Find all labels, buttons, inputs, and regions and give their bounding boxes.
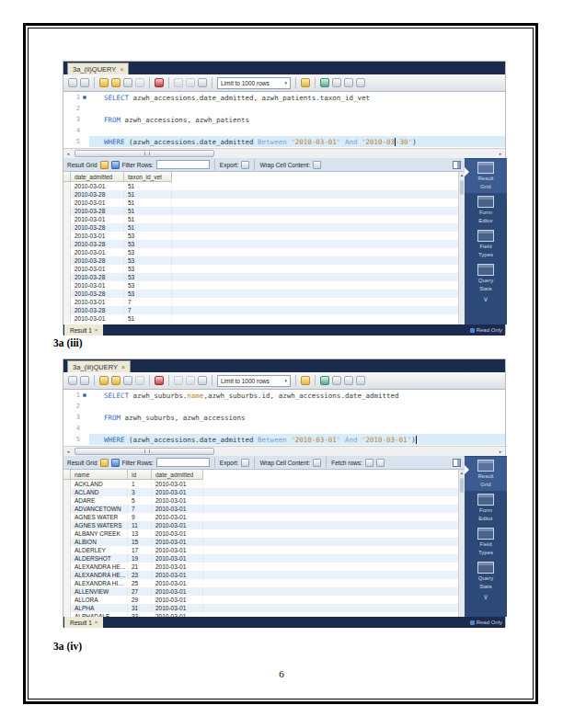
wrap-cell-icon[interactable] [313, 161, 321, 169]
table-row[interactable]: ALBANY CREEK132010-03-01 [63, 529, 465, 538]
table-cell[interactable]: 2010-03-28 [71, 240, 124, 248]
table-cell[interactable]: 2010-03-01 [152, 596, 203, 604]
row-selector[interactable] [63, 521, 71, 529]
toggle-stop-on-error-icon[interactable] [155, 78, 164, 87]
refresh-icon[interactable] [111, 459, 120, 467]
sidebar-item-field-types[interactable]: FieldTypes [465, 525, 507, 559]
invisibles-icon[interactable] [344, 376, 353, 385]
table-row[interactable]: ALEXANDRA HE...212010-03-01 [63, 563, 465, 571]
limit-rows-dropdown[interactable]: Limit to 1000 rows▾ [217, 375, 291, 387]
autocommit-icon[interactable] [198, 78, 207, 87]
table-cell[interactable]: 2010-03-28 [71, 306, 124, 314]
table-row[interactable]: ALDERLEY172010-03-01 [63, 546, 465, 554]
table-cell[interactable]: 2010-03-28 [71, 207, 124, 215]
table-cell[interactable]: 33 [128, 612, 152, 617]
table-cell[interactable]: 2010-03-01 [71, 248, 124, 256]
table-row[interactable]: ALEXANDRA HI...252010-03-01 [63, 579, 465, 587]
grid-view-icon[interactable] [100, 459, 109, 467]
table-cell[interactable]: 2010-03-01 [71, 265, 124, 273]
table-row[interactable]: 2010-03-0153 [63, 248, 465, 256]
table-cell[interactable]: 2010-03-01 [71, 281, 124, 290]
table-row[interactable]: 2010-03-2851 [63, 223, 465, 232]
row-selector[interactable] [63, 612, 71, 617]
table-row[interactable]: AGNES WATERS112010-03-01 [63, 521, 465, 529]
row-selector[interactable] [63, 240, 71, 248]
table-cell[interactable]: 17 [128, 546, 152, 554]
table-cell[interactable]: 2010-03-01 [152, 496, 203, 505]
query-tab[interactable]: 3a_(iii)QUERY × [67, 360, 131, 372]
table-cell[interactable]: 21 [128, 563, 152, 571]
table-cell[interactable]: ALBANY CREEK [71, 529, 128, 538]
horizontal-scrollbar[interactable]: ◂ ▸ [63, 148, 505, 158]
rollback-icon[interactable] [186, 376, 195, 385]
table-row[interactable]: ALEXANDRA HE...232010-03-01 [63, 571, 465, 579]
column-header-id[interactable]: id [128, 470, 152, 480]
result-tab-close-icon[interactable]: × [95, 620, 98, 625]
column-header-taxon_id_vet[interactable]: taxon_id_vet [124, 172, 172, 182]
table-cell[interactable]: 2010-03-01 [71, 199, 124, 207]
result-tab-close-icon[interactable]: × [95, 327, 98, 333]
query-tab[interactable]: 3a_(ii)QUERY × [67, 63, 129, 74]
sql-line[interactable]: 3FROM azwh_suburbs, azwh_accessions [63, 412, 505, 423]
column-header-date_admitted[interactable]: date_admitted [152, 470, 203, 480]
filter-rows-input[interactable] [156, 160, 210, 169]
table-cell[interactable]: ACLAND [71, 488, 128, 496]
table-row[interactable]: 2010-03-0151 [63, 215, 465, 223]
row-selector[interactable] [63, 554, 71, 563]
table-cell[interactable]: ALEXANDRA HE... [71, 571, 128, 579]
grid-view-icon[interactable] [100, 161, 109, 169]
beautify-icon[interactable] [320, 376, 329, 385]
row-selector[interactable] [63, 182, 71, 190]
table-row[interactable]: ALLENVIEW272010-03-01 [63, 587, 465, 596]
sidebar-item-field-types[interactable]: FieldTypes [465, 227, 507, 261]
table-cell[interactable]: 2010-03-01 [71, 314, 124, 323]
new-script-icon[interactable] [68, 78, 77, 87]
table-cell[interactable]: 1 [128, 480, 152, 488]
hscroll-thumb[interactable] [75, 448, 214, 455]
table-cell[interactable]: 2010-03-01 [152, 612, 203, 617]
table-cell[interactable]: ALPHA [71, 604, 128, 612]
wrap-cell-icon[interactable] [313, 459, 321, 467]
panel-toggle-icon[interactable] [453, 459, 461, 467]
sql-line[interactable]: 1SELECT azwh_accessions.date_admitted, a… [63, 92, 505, 103]
sql-line[interactable]: 4 [63, 423, 505, 434]
table-cell[interactable]: 2010-03-28 [71, 273, 124, 281]
row-selector[interactable] [63, 265, 71, 273]
vscroll-thumb[interactable] [460, 180, 464, 195]
filter-rows-input[interactable] [156, 458, 210, 467]
table-cell[interactable]: 51 [124, 223, 172, 232]
row-selector[interactable] [63, 256, 71, 265]
table-row[interactable]: 2010-03-0151 [63, 314, 465, 323]
tab-close-icon[interactable]: × [120, 66, 123, 73]
find-icon[interactable] [332, 78, 341, 87]
hscroll-thumb[interactable] [75, 150, 214, 157]
sidebar-item-query-stats[interactable]: QueryStats [465, 261, 507, 295]
commit-icon[interactable] [174, 376, 183, 385]
table-cell[interactable]: 2010-03-28 [71, 190, 124, 199]
save-script-icon[interactable] [80, 376, 89, 385]
sidebar-item-query-stats[interactable]: QueryStats [465, 559, 507, 593]
stop-query-icon[interactable] [135, 376, 144, 385]
table-cell[interactable]: 53 [124, 281, 172, 290]
limit-rows-dropdown[interactable]: Limit to 1000 rows▾ [217, 77, 291, 89]
table-cell[interactable]: 2010-03-01 [152, 513, 203, 521]
save-snippet-icon[interactable] [301, 78, 310, 87]
table-cell[interactable]: ALLENVIEW [71, 587, 128, 596]
row-selector[interactable] [63, 199, 71, 207]
table-cell[interactable]: 5 [128, 496, 152, 505]
table-cell[interactable]: 23 [128, 571, 152, 579]
table-row[interactable]: ADVANCETOWN72010-03-01 [63, 505, 465, 513]
execute-current-statement-icon[interactable] [111, 376, 121, 385]
vscroll-thumb[interactable] [460, 478, 464, 493]
table-row[interactable]: 2010-03-2851 [63, 190, 465, 199]
row-selector[interactable] [63, 496, 71, 505]
table-row[interactable]: 2010-03-0151 [63, 182, 465, 190]
invisibles-icon[interactable] [344, 78, 353, 87]
row-selector-header[interactable] [63, 470, 71, 480]
table-cell[interactable]: 51 [124, 182, 172, 190]
table-row[interactable]: 2010-03-0153 [63, 265, 465, 273]
table-cell[interactable]: 2010-03-01 [152, 488, 203, 496]
table-cell[interactable]: 2010-03-28 [71, 223, 124, 232]
table-cell[interactable]: 53 [124, 248, 172, 256]
table-cell[interactable]: 2010-03-01 [152, 521, 203, 529]
